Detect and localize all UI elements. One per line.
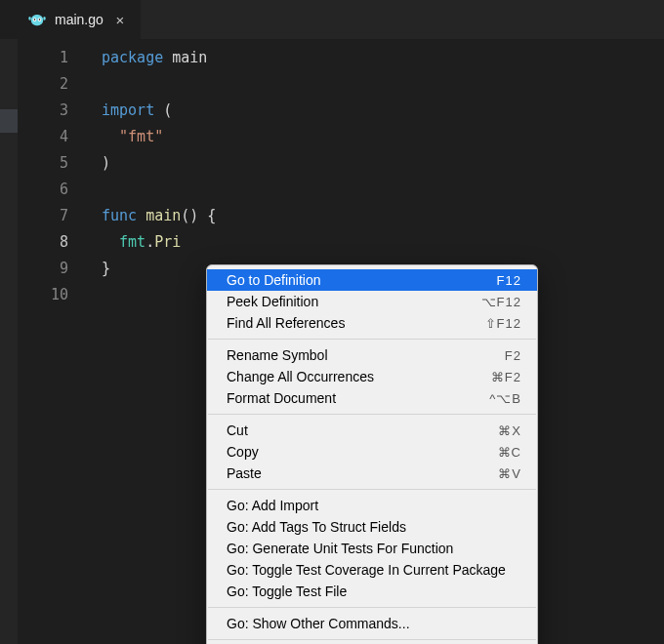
context-menu-item[interactable]: Format Document^⌥B (207, 387, 537, 409)
tab-bar: main.go × (18, 0, 664, 39)
code-token: package (102, 49, 163, 66)
context-menu-item[interactable]: Go: Toggle Test File (207, 581, 537, 602)
context-menu-item-label: Paste (227, 465, 262, 481)
line-number: 6 (18, 177, 92, 203)
context-menu-item-label: Peek Definition (227, 294, 318, 309)
context-menu-item-shortcut: F2 (505, 348, 521, 363)
tab-label: main.go (55, 12, 104, 27)
context-menu-item[interactable]: Rename SymbolF2 (207, 344, 537, 366)
code-token: . (145, 233, 154, 251)
context-menu-item-label: Copy (227, 444, 259, 460)
context-menu-item[interactable]: Copy⌘C (207, 441, 537, 463)
context-menu-item-label: Go: Show Other Commands... (227, 616, 410, 631)
code-token: main (172, 49, 207, 66)
code-line[interactable]: import ( (102, 98, 664, 124)
context-menu-item-label: Go: Toggle Test Coverage In Current Pack… (227, 562, 506, 578)
context-menu-item[interactable]: Go to DefinitionF12 (207, 269, 537, 291)
line-number: 1 (18, 45, 92, 71)
tab-main-go[interactable]: main.go × (18, 0, 141, 39)
context-menu-item[interactable]: Change All Occurrences⌘F2 (207, 366, 537, 387)
code-line[interactable]: ) (102, 150, 664, 177)
context-menu-separator (208, 607, 536, 608)
svg-point-5 (28, 17, 31, 20)
context-menu-item-label: Go: Generate Unit Tests For Function (227, 541, 453, 556)
context-menu-item-label: Rename Symbol (227, 347, 328, 363)
context-menu-item-label: Go: Toggle Test File (227, 584, 347, 599)
context-menu-item-label: Go: Add Tags To Struct Fields (227, 519, 406, 535)
code-token (137, 207, 145, 224)
context-menu-item-shortcut: ^⌥B (489, 391, 521, 406)
code-line[interactable]: package main (102, 45, 664, 71)
outline-marker (0, 109, 18, 133)
context-menu-separator (208, 489, 536, 490)
code-line[interactable]: fmt.Pri (102, 229, 664, 256)
line-number: 3 (18, 98, 92, 124)
line-number: 9 (18, 256, 92, 282)
svg-point-4 (39, 19, 41, 20)
code-token: main (145, 207, 181, 224)
line-number: 10 (18, 282, 92, 308)
line-number-gutter: 12345678910 (18, 39, 92, 644)
go-gopher-icon (27, 10, 47, 29)
code-token: } (102, 260, 110, 277)
context-menu-item-shortcut: ⌘V (498, 466, 521, 481)
context-menu-item-shortcut: F12 (497, 273, 521, 288)
code-line[interactable] (102, 71, 664, 98)
code-token: "fmt" (119, 128, 163, 145)
context-menu-item-shortcut: ⌘X (498, 423, 521, 438)
close-icon[interactable]: × (111, 11, 129, 28)
context-menu-item-label: Go: Add Import (227, 498, 318, 513)
code-token: ) (102, 154, 110, 172)
context-menu-item[interactable]: Go: Toggle Test Coverage In Current Pack… (207, 559, 537, 581)
code-token: () { (181, 207, 216, 224)
code-token (102, 128, 119, 145)
code-line[interactable] (102, 177, 664, 203)
context-menu-item[interactable]: Cut⌘X (207, 420, 537, 441)
line-number: 7 (18, 203, 92, 229)
side-rail (0, 39, 18, 644)
code-token (163, 49, 172, 66)
context-menu: Go to DefinitionF12Peek Definition⌥F12Fi… (206, 264, 538, 644)
context-menu-item[interactable]: Go: Add Import (207, 495, 537, 516)
svg-point-3 (34, 19, 36, 20)
context-menu-item[interactable]: Find All References⇧F12 (207, 312, 537, 334)
line-number: 5 (18, 150, 92, 177)
context-menu-item[interactable]: Go: Generate Unit Tests For Function (207, 538, 537, 559)
line-number: 4 (18, 124, 92, 150)
context-menu-separator (208, 639, 536, 640)
line-number: 2 (18, 71, 92, 98)
context-menu-separator (208, 339, 536, 340)
code-token: Pri (154, 233, 181, 251)
context-menu-item-shortcut: ⌘F2 (491, 370, 521, 384)
code-line[interactable]: "fmt" (102, 124, 664, 150)
context-menu-item-shortcut: ⌥F12 (481, 295, 521, 309)
svg-rect-0 (31, 15, 44, 25)
line-number: 8 (18, 229, 92, 256)
code-line[interactable]: func main() { (102, 203, 664, 229)
context-menu-item-label: Find All References (227, 315, 345, 331)
context-menu-item-label: Cut (227, 423, 248, 438)
code-token: ( (154, 101, 172, 119)
context-menu-item-label: Change All Occurrences (227, 369, 374, 384)
context-menu-item[interactable]: Peek Definition⌥F12 (207, 291, 537, 312)
code-token: import (102, 101, 154, 119)
code-token: fmt (119, 233, 145, 251)
context-menu-item-shortcut: ⇧F12 (485, 316, 521, 331)
context-menu-item-label: Go to Definition (227, 272, 321, 288)
context-menu-item[interactable]: Paste⌘V (207, 463, 537, 484)
context-menu-item-shortcut: ⌘C (498, 445, 521, 460)
code-token (102, 233, 119, 251)
context-menu-item[interactable]: Go: Add Tags To Struct Fields (207, 516, 537, 538)
code-token: func (102, 207, 137, 224)
context-menu-item[interactable]: Go: Show Other Commands... (207, 613, 537, 634)
svg-point-6 (43, 17, 46, 20)
context-menu-item-label: Format Document (227, 390, 336, 406)
context-menu-separator (208, 414, 536, 415)
